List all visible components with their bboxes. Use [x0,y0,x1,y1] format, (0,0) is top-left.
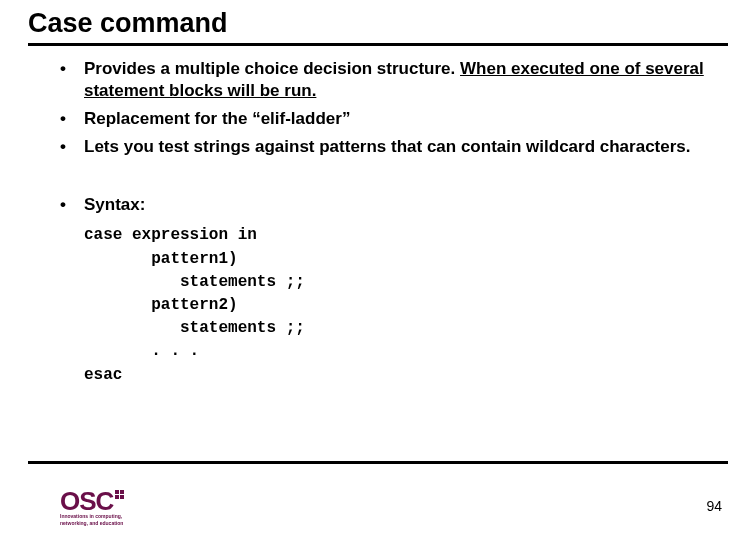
bullet-item: Provides a multiple choice decision stru… [56,58,708,102]
bullet-text-prefix: Provides a multiple choice decision stru… [84,59,460,78]
slide-title: Case command [28,8,728,41]
bullet-item-syntax: Syntax: [56,194,708,216]
logo-subtitle-line1: Innovations in computing, [60,514,140,520]
osc-logo: OSC Innovations in computing, networking… [60,490,140,526]
content-area: Provides a multiple choice decision stru… [28,58,728,387]
footer-rule [28,461,728,464]
bullet-list-1: Provides a multiple choice decision stru… [56,58,708,158]
title-rule [28,43,728,46]
code-block: case expression in pattern1) statements … [84,224,708,386]
logo-mark: OSC [60,490,140,513]
logo-squares-icon [115,490,124,499]
bullet-item: Lets you test strings against patterns t… [56,136,708,158]
bullet-item: Replacement for the “elif-ladder” [56,108,708,130]
logo-text: OSC [60,490,113,513]
syntax-label: Syntax: [84,195,145,214]
bullet-list-2: Syntax: [56,194,708,216]
page-number: 94 [706,498,722,514]
logo-subtitle-line2: networking, and education [60,521,140,527]
